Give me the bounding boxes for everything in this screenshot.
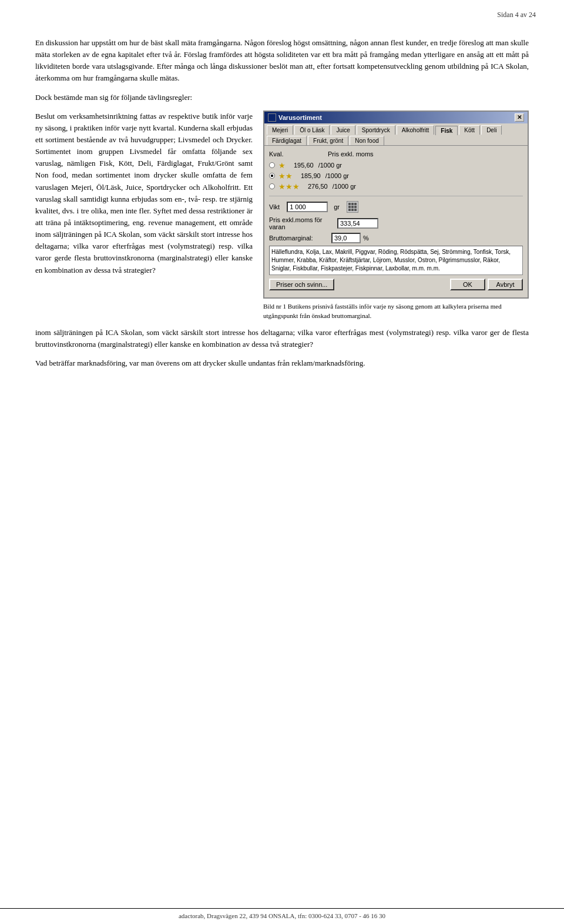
page-header: Sidan 4 av 24 — [0, 0, 564, 19]
dialog-title-icon — [268, 113, 276, 122]
tab-sportdryck[interactable]: Sportdryck — [357, 125, 395, 135]
tab-deli[interactable]: Deli — [481, 125, 502, 135]
dialog-caption: Bild nr 1 Butikens prisnivå fastställs i… — [263, 302, 529, 321]
tab-fardiglagat[interactable]: Färdiglagat — [267, 136, 307, 145]
tab-frukt-gront[interactable]: Frukt, grönt — [308, 136, 348, 145]
dialog-title: Varusortiment — [278, 114, 322, 121]
bottom-paragraph: Vad beträffar marknadsföring, var man öv… — [35, 357, 529, 369]
col-left-text: Beslut om verksamhetsinriktning fattas a… — [35, 111, 253, 276]
unit-1: /1000 gr — [318, 162, 342, 169]
weight-input[interactable] — [287, 202, 328, 212]
tab-alkoholfritt[interactable]: Alkoholfritt — [397, 125, 435, 135]
avbryt-button[interactable]: Avbryt — [488, 279, 523, 290]
brutto-input[interactable] — [331, 233, 361, 243]
unit-3: /1000 gr — [333, 183, 356, 190]
tab-mejeri[interactable]: Mejeri — [267, 125, 293, 135]
dialog-close-button[interactable]: ✕ — [515, 113, 524, 122]
footer-text: adactorab, Dragsvägen 22, 439 94 ONSALA,… — [179, 912, 385, 919]
continued-text: inom säljträningen på ICA Skolan, som vä… — [35, 327, 529, 350]
brutto-unit: % — [363, 235, 369, 242]
price-3: 276,50 — [308, 183, 328, 190]
ok-button[interactable]: OK — [450, 279, 485, 290]
paragraph-2: Dock bestämde man sig för följande tävli… — [35, 92, 529, 103]
star-rating-1: ★ — [278, 161, 286, 170]
star-rating-2: ★ ★ — [278, 172, 293, 180]
weight-unit: gr — [334, 203, 340, 210]
calculator-icon[interactable] — [347, 201, 358, 213]
star-rating-3: ★ ★ ★ — [278, 182, 300, 191]
page-number: Sidan 4 av 24 — [497, 11, 536, 19]
radio-3[interactable] — [269, 183, 275, 189]
price-for-label: Pris exkl.moms för varan — [269, 216, 334, 230]
tab-fisk[interactable]: Fisk — [435, 126, 458, 135]
kval-header: Kval. — [269, 150, 328, 158]
price-2: 185,90 — [301, 172, 321, 179]
page-footer: adactorab, Dragsvägen 22, 439 94 ONSALA,… — [0, 908, 564, 924]
tab-juice[interactable]: Juice — [331, 125, 355, 135]
pris-header: Pris exkl. moms — [328, 150, 374, 158]
priser-svinn-button[interactable]: Priser och svinn... — [269, 279, 334, 290]
varusortiment-dialog: Varusortiment ✕ Mejeri Öl o Läsk Juice S… — [263, 111, 529, 299]
close-icon: ✕ — [517, 114, 522, 120]
radio-1[interactable] — [269, 162, 275, 168]
price-1: 195,60 — [294, 162, 314, 169]
radio-2[interactable] — [269, 173, 275, 179]
brutto-label: Bruttomarginal: — [269, 235, 328, 242]
tab-ol-lask[interactable]: Öl o Läsk — [294, 125, 330, 135]
tab-non-food[interactable]: Non food — [350, 136, 384, 145]
tab-kott[interactable]: Kött — [459, 125, 480, 135]
weight-label: Vikt — [269, 203, 280, 210]
tab-bar: Mejeri Öl o Läsk Juice Sportdryck Alkoho… — [264, 123, 528, 145]
unit-2: /1000 gr — [325, 172, 349, 179]
paragraph-1: En diskussion har uppstått om hur de bäs… — [35, 37, 529, 85]
price-for-input[interactable] — [337, 218, 378, 229]
species-box: Hälleflundra, Kolja, Lax, Makrill, Piggv… — [269, 246, 523, 275]
